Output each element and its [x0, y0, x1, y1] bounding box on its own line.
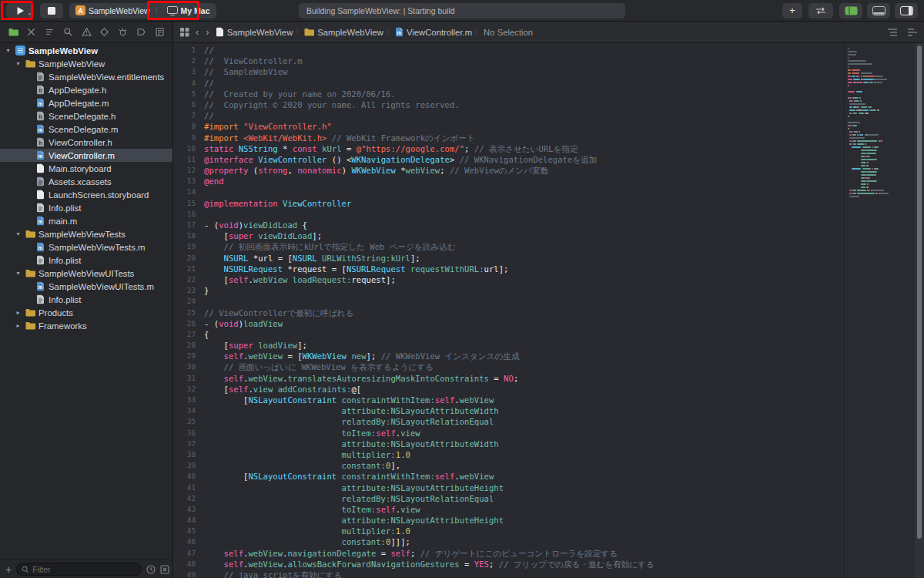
line-number[interactable]: 34	[173, 405, 204, 416]
tree-item-samplewebviewuitests[interactable]: ▾SampleWebViewUITests	[0, 267, 172, 280]
line-number[interactable]: 35	[173, 416, 204, 427]
minimap[interactable]	[844, 43, 915, 578]
line-number[interactable]: 9	[173, 133, 204, 143]
line-number[interactable]: 21	[173, 264, 204, 274]
line-number[interactable]: 6	[173, 99, 204, 110]
toggle-inspector-button[interactable]	[895, 3, 918, 18]
tree-item-samplewebview[interactable]: ▾SampleWebView	[0, 44, 172, 57]
tree-item-frameworks[interactable]: ▸Frameworks	[0, 319, 172, 332]
tree-item-launchscreen-storyboard[interactable]: LaunchScreen.storyboard	[0, 188, 172, 201]
toggle-editor-button[interactable]	[839, 3, 862, 18]
disclosure-triangle-icon[interactable]: ▾	[15, 270, 22, 277]
scheme-name[interactable]: SampleWebView	[89, 6, 150, 15]
line-number[interactable]: 1	[173, 45, 204, 55]
navigator-tab-reports[interactable]	[153, 26, 166, 39]
run-button[interactable]: ▼	[6, 3, 34, 18]
tree-item-samplewebview[interactable]: ▾SampleWebView	[0, 57, 172, 70]
tree-item-appdelegate-h[interactable]: hAppDelegate.h	[0, 83, 172, 96]
navigator-tab-breakpoints[interactable]	[135, 26, 147, 39]
navigator-tab-symbols[interactable]	[44, 26, 56, 39]
line-number[interactable]: 8	[173, 121, 204, 132]
breadcrumb-item-viewcontroller-m[interactable]: mViewController.m	[395, 27, 472, 37]
tree-item-appdelegate-m[interactable]: mAppDelegate.m	[0, 96, 172, 109]
line-number[interactable]: 27	[173, 329, 204, 340]
line-number[interactable]: 16	[173, 209, 204, 220]
disclosure-triangle-icon[interactable]: ▾	[15, 230, 22, 237]
line-number[interactable]: 18	[173, 230, 204, 241]
line-number[interactable]: 26	[173, 318, 204, 329]
line-number[interactable]: 22	[173, 274, 204, 285]
tree-item-info-plist[interactable]: Info.plist	[0, 201, 172, 214]
filter-input[interactable]	[32, 565, 136, 574]
line-number[interactable]: 37	[173, 439, 204, 449]
tree-item-samplewebviewuitests-m[interactable]: mSampleWebViewUITests.m	[0, 280, 172, 293]
breadcrumb-item-no-selection[interactable]: No Selection	[484, 28, 533, 37]
tree-item-assets-xcassets[interactable]: Assets.xcassets	[0, 175, 172, 188]
line-number[interactable]: 23	[173, 285, 204, 296]
line-number[interactable]: 20	[173, 253, 204, 264]
library-button[interactable]: +	[782, 3, 802, 18]
line-number[interactable]: 5	[173, 89, 204, 99]
forward-button[interactable]: ›	[205, 26, 209, 38]
disclosure-triangle-icon[interactable]: ▸	[15, 322, 22, 329]
line-number[interactable]: 4	[173, 78, 204, 89]
tree-item-viewcontroller-h[interactable]: hViewController.h	[0, 136, 172, 149]
line-number[interactable]: 38	[173, 449, 204, 460]
line-number[interactable]: 36	[173, 428, 204, 439]
recent-files-icon[interactable]	[146, 565, 156, 574]
line-number[interactable]: 24	[173, 296, 204, 307]
editor-options-button[interactable]	[808, 3, 833, 18]
line-number[interactable]: 32	[173, 384, 204, 395]
scm-status-filter-icon[interactable]	[160, 565, 169, 574]
line-number[interactable]: 14	[173, 187, 204, 197]
tree-item-scenedelegate-h[interactable]: hSceneDelegate.h	[0, 109, 172, 123]
line-number[interactable]: 11	[173, 154, 204, 165]
tree-item-viewcontroller-m[interactable]: mViewController.m	[0, 149, 172, 162]
scrollbar-thumb[interactable]	[917, 45, 922, 539]
tree-item-main-m[interactable]: mmain.m	[0, 214, 172, 227]
line-number[interactable]: 49	[173, 570, 204, 578]
line-number[interactable]: 43	[173, 504, 204, 515]
navigator-tab-issues[interactable]	[80, 26, 92, 39]
back-button[interactable]: ‹	[195, 26, 199, 38]
line-number[interactable]: 47	[173, 548, 204, 559]
line-number[interactable]: 39	[173, 460, 204, 471]
tree-item-samplewebview-entitlements[interactable]: SampleWebView.entitlements	[0, 70, 172, 83]
line-number[interactable]: 33	[173, 395, 204, 405]
line-number[interactable]: 2	[173, 55, 204, 66]
scheme-selector[interactable]: SampleWebView 〉 My Mac	[69, 3, 216, 18]
line-number[interactable]: 31	[173, 373, 204, 384]
tree-item-info-plist[interactable]: Info.plist	[0, 293, 172, 306]
line-number[interactable]: 12	[173, 165, 204, 176]
tree-item-samplewebviewtests[interactable]: ▾SampleWebViewTests	[0, 227, 172, 240]
toggle-debug-area-button[interactable]	[867, 3, 890, 18]
line-number[interactable]: 25	[173, 307, 204, 318]
line-number[interactable]: 17	[173, 220, 204, 230]
line-number[interactable]: 15	[173, 198, 204, 209]
line-number[interactable]: 48	[173, 559, 204, 570]
scrollbar[interactable]	[915, 43, 924, 578]
navigator-tab-project-active[interactable]	[7, 26, 19, 39]
line-number[interactable]: 10	[173, 143, 204, 154]
line-number[interactable]: 41	[173, 482, 204, 493]
related-items-icon[interactable]	[179, 27, 189, 37]
line-number[interactable]: 19	[173, 241, 204, 252]
disclosure-triangle-icon[interactable]: ▾	[15, 60, 22, 67]
line-number[interactable]: 28	[173, 340, 204, 351]
line-number[interactable]: 40	[173, 471, 204, 482]
tree-item-scenedelegate-m[interactable]: mSceneDelegate.m	[0, 123, 172, 136]
line-number[interactable]: 3	[173, 66, 204, 77]
destination-name[interactable]: My Mac	[181, 6, 210, 15]
disclosure-triangle-icon[interactable]: ▸	[15, 309, 22, 316]
line-number[interactable]: 44	[173, 515, 204, 526]
stop-button[interactable]	[40, 3, 63, 18]
tree-item-info-plist[interactable]: Info.plist	[0, 254, 172, 267]
line-number[interactable]: 42	[173, 493, 204, 504]
line-number[interactable]: 29	[173, 351, 204, 361]
code-structure-icon[interactable]	[887, 28, 898, 37]
line-number[interactable]: 7	[173, 110, 204, 121]
tree-item-products[interactable]: ▸Products	[0, 306, 172, 319]
navigator-tab-source-control[interactable]	[25, 26, 38, 39]
line-number[interactable]: 30	[173, 361, 204, 372]
tree-item-samplewebviewtests-m[interactable]: mSampleWebViewTests.m	[0, 240, 172, 254]
